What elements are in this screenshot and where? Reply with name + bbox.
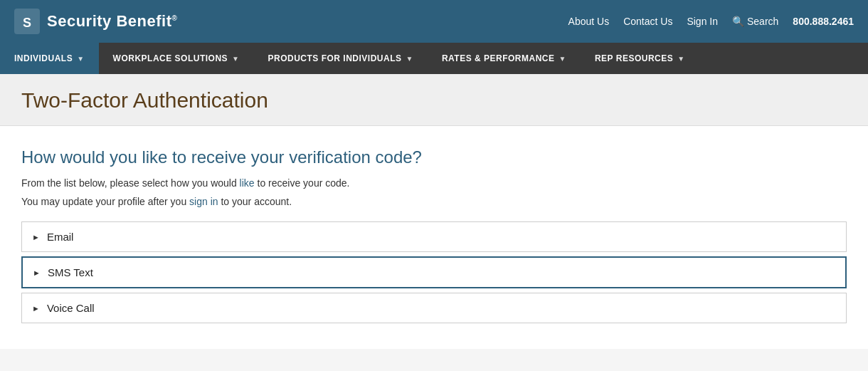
chevron-right-icon: ► (32, 304, 40, 313)
contact-us-link[interactable]: Contact Us (623, 16, 672, 27)
accordion-item-sms-text[interactable]: ► SMS Text (21, 256, 847, 288)
nav-item-products-for-individuals[interactable]: Products for Individuals ▼ (253, 43, 427, 74)
phone-number: 800.888.2461 (793, 16, 854, 27)
accordion-header-sms: ► SMS Text (23, 258, 845, 287)
description-text-2: You may update your profile after you si… (21, 196, 847, 207)
description-text-1: From the list below, please select how y… (21, 177, 847, 189)
page-content: Two-Factor Authentication How would you … (0, 74, 868, 349)
sign-in-link-2[interactable]: sign in (189, 196, 218, 207)
accordion-header-voice: ► Voice Call (22, 293, 846, 323)
nav-item-rates-performance[interactable]: Rates & Performance ▼ (428, 43, 581, 74)
about-us-link[interactable]: About Us (568, 16, 610, 27)
like-link[interactable]: like (240, 177, 255, 189)
page-title-bar: Two-Factor Authentication (0, 74, 868, 126)
svg-text:S: S (23, 16, 31, 30)
logo-icon: S (14, 9, 40, 34)
chevron-down-icon: ▼ (406, 55, 413, 63)
nav-item-rep-resources[interactable]: Rep Resources ▼ (581, 43, 699, 74)
logo-text: Security Benefit® (47, 12, 177, 31)
search-icon: 🔍 (732, 16, 744, 27)
chevron-down-icon: ▼ (677, 55, 684, 63)
chevron-down-icon: ▼ (559, 55, 566, 63)
accordion-header-email: ► Email (22, 222, 846, 251)
chevron-right-icon: ► (33, 268, 41, 277)
nav-item-workplace-solutions[interactable]: Workplace Solutions ▼ (99, 43, 254, 74)
top-header: S Security Benefit® About Us Contact Us … (0, 0, 868, 43)
accordion-label-email: Email (47, 231, 74, 243)
chevron-down-icon: ▼ (77, 55, 84, 63)
accordion-item-voice-call[interactable]: ► Voice Call (21, 293, 847, 323)
page-title: Two-Factor Authentication (21, 88, 847, 113)
logo-area: S Security Benefit® (14, 9, 177, 34)
chevron-down-icon: ▼ (232, 55, 239, 63)
main-nav: Individuals ▼ Workplace Solutions ▼ Prod… (0, 43, 868, 74)
accordion-item-email[interactable]: ► Email (21, 221, 847, 252)
accordion-label-voice: Voice Call (47, 302, 95, 314)
sign-in-link[interactable]: Sign In (687, 16, 718, 27)
main-content: How would you like to receive your verif… (0, 126, 868, 349)
question-heading: How would you like to receive your verif… (21, 147, 847, 167)
search-button[interactable]: 🔍 Search (732, 16, 778, 27)
top-nav: About Us Contact Us Sign In 🔍 Search 800… (568, 16, 854, 27)
accordion-label-sms: SMS Text (48, 266, 93, 278)
nav-item-individuals[interactable]: Individuals ▼ (0, 43, 99, 74)
chevron-right-icon: ► (32, 233, 40, 241)
accordion-list: ► Email ► SMS Text ► Voice Call (21, 221, 847, 328)
